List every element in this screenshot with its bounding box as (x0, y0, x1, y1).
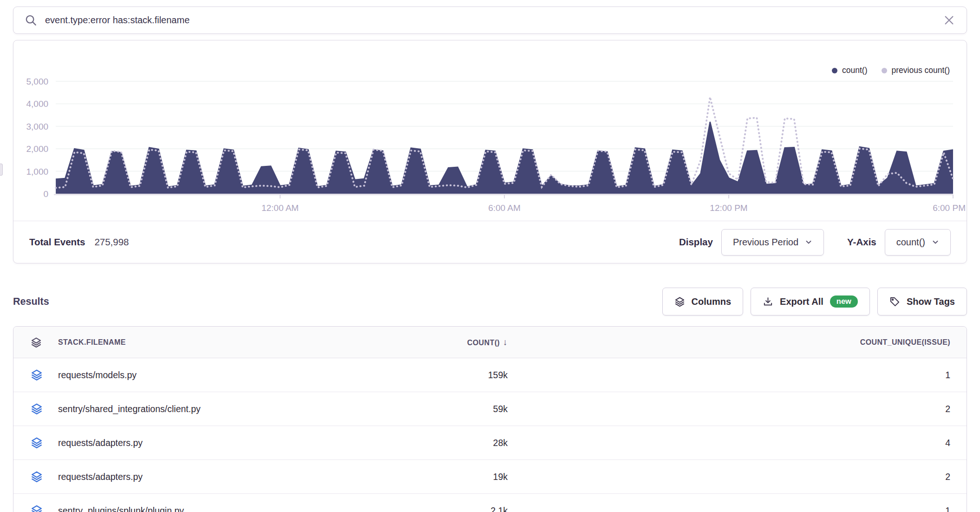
results-bar: Results Columns Export All new Show Tags (13, 287, 967, 316)
cell-filename[interactable]: sentry/shared_integrations/client.py (58, 404, 340, 414)
table-row: requests/models.py 159k 1 (13, 358, 967, 392)
download-icon (763, 296, 773, 307)
svg-text:4,000: 4,000 (26, 99, 49, 109)
results-title: Results (13, 296, 49, 308)
table-header-row: STACK.FILENAME COUNT()↓ COUNT_UNIQUE(ISS… (13, 327, 967, 358)
y-axis-dropdown[interactable]: count() (885, 229, 951, 256)
export-all-label: Export All (780, 296, 823, 307)
display-period-dropdown[interactable]: Previous Period (721, 229, 824, 256)
y-axis-label: Y-Axis (847, 236, 876, 248)
svg-text:12:00 AM: 12:00 AM (261, 203, 299, 213)
legend-item-previous-count[interactable]: previous count() (882, 66, 950, 75)
search-bar (13, 7, 967, 34)
cell-count: 28k (340, 438, 539, 448)
cell-filename[interactable]: requests/adapters.py (58, 438, 340, 448)
y-axis-value: count() (896, 237, 925, 248)
svg-text:3,000: 3,000 (26, 122, 49, 131)
total-events-label: Total Events (29, 236, 85, 248)
search-input[interactable] (45, 15, 943, 26)
export-all-button[interactable]: Export All new (751, 288, 870, 315)
cell-count-unique: 2 (539, 472, 967, 482)
svg-text:6:00 PM: 6:00 PM (933, 203, 966, 213)
tag-icon (889, 296, 900, 307)
stack-icon[interactable] (31, 369, 43, 381)
cell-count-unique: 4 (539, 438, 967, 448)
events-chart-panel: 01,0002,0003,0004,0005,00012:00 AM6:00 A… (13, 40, 967, 263)
count-series-dot (832, 68, 837, 73)
total-events-value: 275,998 (94, 236, 129, 248)
search-icon (25, 14, 37, 26)
cell-count-unique: 1 (539, 370, 967, 381)
cell-count-unique: 2 (539, 404, 967, 414)
header-count[interactable]: COUNT()↓ (340, 337, 539, 348)
new-badge: new (830, 295, 858, 308)
display-period-value: Previous Period (733, 237, 798, 248)
cell-count: 2.1k (340, 505, 539, 512)
previous-count-series-dot (882, 68, 887, 73)
svg-text:2,000: 2,000 (26, 144, 49, 154)
cell-filename[interactable]: sentry_plugins/splunk/plugin.py (58, 505, 340, 512)
header-count-unique-issue[interactable]: COUNT_UNIQUE(ISSUE) (539, 338, 967, 347)
stack-icon[interactable] (31, 471, 43, 483)
results-table: STACK.FILENAME COUNT()↓ COUNT_UNIQUE(ISS… (13, 326, 967, 512)
stack-icon[interactable] (31, 505, 43, 512)
chevron-down-icon (932, 238, 939, 246)
stack-icon[interactable] (31, 437, 43, 449)
svg-text:12:00 PM: 12:00 PM (710, 203, 747, 213)
cell-count: 59k (340, 404, 539, 414)
cell-count: 159k (340, 370, 539, 381)
legend-label: count() (842, 66, 867, 75)
table-row: sentry_plugins/splunk/plugin.py 2.1k 1 (13, 494, 967, 512)
svg-text:5,000: 5,000 (26, 77, 49, 86)
columns-button[interactable]: Columns (662, 288, 744, 315)
header-stack-filename[interactable]: STACK.FILENAME (58, 338, 340, 347)
clear-search-icon[interactable] (943, 14, 955, 26)
legend-label: previous count() (892, 66, 950, 75)
columns-button-label: Columns (692, 296, 732, 307)
svg-text:6:00 AM: 6:00 AM (488, 203, 521, 213)
sort-descending-icon: ↓ (503, 337, 508, 347)
left-edge-fragment (0, 164, 3, 176)
display-label: Display (679, 236, 713, 248)
show-tags-button[interactable]: Show Tags (877, 288, 967, 315)
table-row: sentry/shared_integrations/client.py 59k… (13, 392, 967, 426)
svg-text:1,000: 1,000 (26, 167, 49, 177)
chart-legend: count() previous count() (832, 66, 950, 75)
cell-filename[interactable]: requests/adapters.py (58, 472, 340, 482)
legend-item-count[interactable]: count() (832, 66, 867, 75)
layers-icon (674, 296, 685, 307)
cell-count-unique: 1 (539, 505, 967, 512)
svg-text:0: 0 (43, 189, 48, 199)
cell-count: 19k (340, 472, 539, 482)
chart-footer: Total Events 275,998 Display Previous Pe… (13, 221, 967, 263)
show-tags-label: Show Tags (907, 296, 955, 307)
chevron-down-icon (805, 238, 812, 246)
events-chart: 01,0002,0003,0004,0005,00012:00 AM6:00 A… (13, 40, 967, 222)
table-row: requests/adapters.py 28k 4 (13, 426, 967, 460)
table-row: requests/adapters.py 19k 2 (13, 460, 967, 494)
stack-icon[interactable] (31, 403, 43, 415)
stack-icon (31, 337, 42, 348)
cell-filename[interactable]: requests/models.py (58, 370, 340, 381)
